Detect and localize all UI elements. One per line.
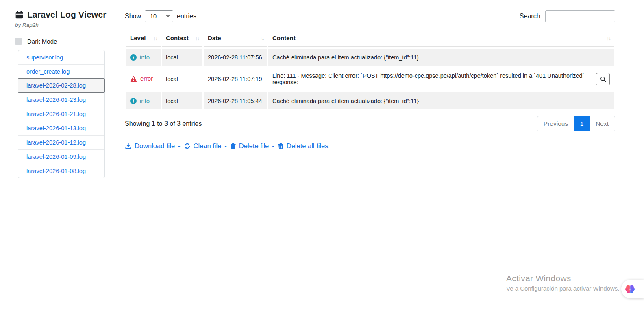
table-row: error local 2026-02-28 11:07:19 Line: 11… <box>126 68 614 90</box>
column-header-date[interactable]: Date ↑↓ <box>204 31 267 47</box>
content-cell: Caché eliminada para el ítem actualizado… <box>268 92 614 109</box>
file-item-2026-01-08[interactable]: laravel-2026-01-08.log <box>18 164 104 178</box>
content-cell: Line: 111 - Message: Client error: `POST… <box>268 68 614 90</box>
file-item-order-create[interactable]: order_create.log <box>18 64 104 79</box>
file-item-2026-01-13[interactable]: laravel-2026-01-13.log <box>18 121 104 135</box>
sort-arrows-icon: ↑↓ <box>196 36 200 41</box>
separator: - <box>178 142 181 150</box>
page-length-select[interactable]: 10 <box>145 10 173 22</box>
page-1-button[interactable]: 1 <box>574 116 590 131</box>
file-item-2026-01-09[interactable]: laravel-2026-01-09.log <box>18 149 104 164</box>
date-cell: 2026-02-28 11:07:19 <box>204 68 267 90</box>
context-cell: local <box>162 68 202 90</box>
search-label: Search: <box>520 13 542 20</box>
main-panel: Show 10 entries Search: Level ↑↓ <box>125 10 615 150</box>
log-table: Level ↑↓ Context ↑↓ Date ↑↓ Content ↑↓ <box>125 28 615 111</box>
delete-file-link[interactable]: Delete file <box>230 142 269 150</box>
column-header-content[interactable]: Content ↑↓ <box>268 31 614 47</box>
level-label: info <box>140 98 150 104</box>
byline: by Rap2h <box>15 22 113 28</box>
previous-page-button[interactable]: Previous <box>537 116 574 131</box>
file-actions: Download file - Clean file - Dele <box>125 142 615 150</box>
level-label: info <box>140 54 150 61</box>
separator: - <box>224 142 227 150</box>
magnifier-icon <box>600 76 606 82</box>
clean-file-link[interactable]: Clean file <box>184 142 222 150</box>
file-item-2026-01-21[interactable]: laravel-2026-01-21.log <box>18 107 104 121</box>
download-file-link[interactable]: Download file <box>125 142 175 150</box>
search-input[interactable] <box>545 10 615 22</box>
sort-arrows-icon: ↑↓ <box>260 36 264 41</box>
date-cell: 2026-02-28 11:05:44 <box>204 92 267 109</box>
level-label: error <box>140 75 153 82</box>
context-cell: local <box>162 92 202 109</box>
file-item-active[interactable]: laravel-2026-02-28.log <box>18 78 105 93</box>
show-label: Show <box>125 13 141 20</box>
next-page-button[interactable]: Next <box>589 116 615 131</box>
file-item-2026-01-12[interactable]: laravel-2026-01-12.log <box>18 135 104 149</box>
brain-icon <box>624 284 635 294</box>
context-cell: local <box>162 49 202 66</box>
file-item-2026-01-23[interactable]: laravel-2026-01-23.log <box>18 92 104 107</box>
app-brand: Laravel Log Viewer by Rap2h Dark Mode <box>15 10 113 45</box>
dark-mode-label: Dark Mode <box>27 38 57 45</box>
file-item-supervisor[interactable]: supervisor.log <box>18 50 104 64</box>
sort-arrows-icon: ↑↓ <box>607 36 611 41</box>
info-circle-icon: i <box>130 54 137 61</box>
table-row: i info local 2026-02-28 11:05:44 Caché e… <box>126 92 614 109</box>
sync-icon <box>184 142 191 149</box>
column-header-level[interactable]: Level ↑↓ <box>126 31 161 47</box>
dark-mode-checkbox[interactable] <box>15 38 22 45</box>
expand-log-button[interactable] <box>596 73 610 85</box>
column-header-context[interactable]: Context ↑↓ <box>162 31 202 47</box>
browser-extension-button[interactable] <box>621 280 644 298</box>
entries-label: entries <box>177 13 196 20</box>
sort-arrows-icon: ↑↓ <box>154 36 158 41</box>
log-file-list: supervisor.log order_create.log laravel-… <box>18 50 105 178</box>
trash-icon <box>230 143 236 149</box>
windows-activation-watermark: Activar Windows Ve a Configuración para … <box>506 274 619 292</box>
separator: - <box>272 142 274 150</box>
date-cell: 2026-02-28 11:07:56 <box>204 49 267 66</box>
info-circle-icon: i <box>130 98 137 104</box>
content-cell: Caché eliminada para el ítem actualizado… <box>268 49 614 66</box>
trash-alt-icon <box>278 143 284 149</box>
pagination: Previous 1 Next <box>537 116 615 131</box>
showing-entries-text: Showing 1 to 3 of 3 entries <box>125 120 202 127</box>
exclamation-triangle-icon <box>130 75 137 82</box>
calendar-icon <box>15 11 24 19</box>
table-row: i info local 2026-02-28 11:07:56 Caché e… <box>126 49 614 66</box>
download-icon <box>125 143 132 149</box>
page-title: Laravel Log Viewer <box>27 10 107 20</box>
delete-all-files-link[interactable]: Delete all files <box>278 142 329 150</box>
